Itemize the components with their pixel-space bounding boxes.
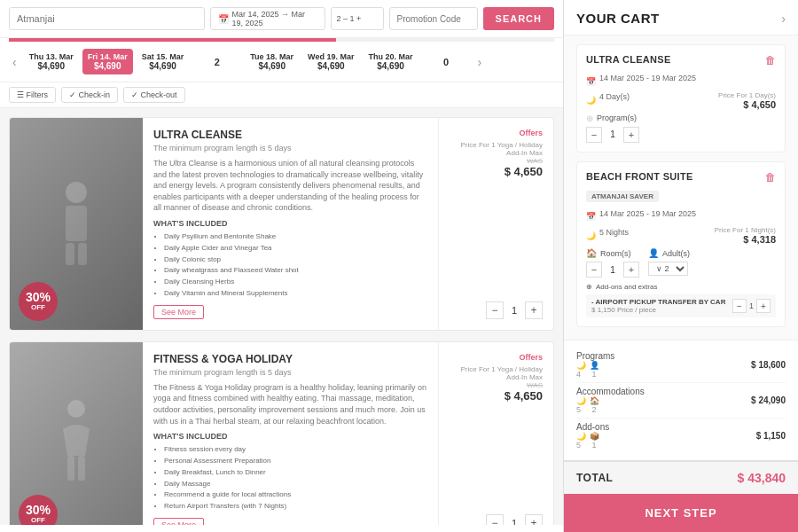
qty-value-fitness-yoga: 1 bbox=[507, 518, 521, 525]
qty-increase-fitness-yoga[interactable]: + bbox=[525, 514, 543, 525]
addon-qty-increase[interactable]: + bbox=[756, 299, 771, 313]
cart-qty-value-ultra-cleanse: 1 bbox=[606, 129, 619, 139]
program-card-fitness-yoga: 30% OFF FITNESS & YOGA HOLIDAY The minim… bbox=[9, 341, 554, 525]
price-was-fitness-yoga: WAS bbox=[527, 381, 543, 389]
adults-row: ∨ 2 1 3 4 bbox=[648, 262, 690, 276]
program-body-fitness-yoga: FITNESS & YOGA HOLIDAY The minimum progr… bbox=[143, 342, 438, 525]
program-subtitle-fitness-yoga: The minimum program length is 5 days bbox=[153, 368, 427, 377]
program-icon: ⊕ bbox=[586, 113, 593, 123]
moon-icon-summary: 🌙 bbox=[576, 361, 586, 370]
date-cell-2[interactable]: Sat 15. Mar $4,690 bbox=[137, 49, 190, 74]
addon-qty-decrease[interactable]: − bbox=[732, 299, 747, 313]
filter-row: ☰ Filters ✓ Check-in ✓ Check-out bbox=[0, 82, 563, 108]
program-title-fitness-yoga: FITNESS & YOGA HOLIDAY bbox=[153, 353, 427, 365]
qty-decrease-ultra-cleanse[interactable]: − bbox=[486, 301, 504, 319]
price-amount-beach-front-suite: $ 4,318 bbox=[715, 234, 776, 245]
cart-item-name-ultra-cleanse: ULTRA CLEANSE bbox=[586, 54, 671, 65]
cart-qty-increase-ultra-cleanse[interactable]: + bbox=[623, 127, 639, 143]
date-range-input[interactable]: 📅 Mar 14, 2025 → Mar 19, 2025 bbox=[210, 7, 325, 30]
adults-label: 👤 Adult(s) bbox=[648, 248, 690, 258]
svg-rect-1 bbox=[66, 206, 87, 241]
saver-badge: ATMANJAI SAVER bbox=[586, 191, 659, 202]
date-cell-5[interactable]: Wed 19. Mar $4,690 bbox=[302, 49, 359, 74]
room-icon-summary: 🏠 bbox=[590, 396, 599, 405]
cart-dates-ultra-cleanse: 📅 14 Mar 2025 - 19 Mar 2025 bbox=[586, 72, 696, 90]
addon-price: $ 1,150 Price / piece bbox=[591, 306, 725, 314]
filter-checkout-button[interactable]: ✓ Check-out bbox=[123, 87, 185, 103]
discount-badge-ultra-cleanse: 30% OFF bbox=[19, 282, 58, 321]
qty-control-ultra-cleanse: − 1 + bbox=[486, 301, 543, 319]
cart-item-header-beach-front-suite: BEACH FRONT SUITE 🗑 bbox=[586, 171, 776, 184]
price-amount-ultra-cleanse: $ 4,650 bbox=[718, 99, 776, 110]
addon-qty: − 1 + bbox=[732, 299, 771, 313]
program-desc-ultra-cleanse: The Ultra Cleanse is a harmonious union … bbox=[153, 158, 427, 214]
price-was-ultra-cleanse: WAS bbox=[527, 157, 543, 165]
filter-checkin-button[interactable]: ✓ Check-in bbox=[61, 87, 118, 103]
see-more-ultra-cleanse[interactable]: See More bbox=[153, 305, 204, 319]
qty-control-fitness-yoga: − 1 + bbox=[486, 514, 543, 525]
summary-icons-programs: 🌙 👤 bbox=[576, 361, 614, 370]
addons-icon: ⊕ bbox=[586, 283, 592, 291]
list-item: Daily Vitamin and Mineral Supplements bbox=[164, 288, 427, 300]
date-cell-1[interactable]: Fri 14. Mar $4,690 bbox=[82, 49, 133, 74]
rooms-adults-row: 🏠 Room(s) − 1 + 👤 Adult(s) bbox=[586, 248, 776, 278]
program-title-ultra-cleanse: ULTRA CLEANSE bbox=[153, 129, 427, 141]
guests-input[interactable]: 2 – 1 + bbox=[331, 7, 384, 30]
price-row-ultra-cleanse: 📅 14 Mar 2025 - 19 Mar 2025 🌙 4 Day(s) P… bbox=[586, 72, 776, 110]
offers-label-fitness-yoga: Offers bbox=[519, 353, 543, 362]
moon-icon-summary-3: 🌙 bbox=[576, 432, 586, 441]
included-label-ultra-cleanse: WHAT'S INCLUDED bbox=[153, 219, 427, 228]
cart-item-name-beach-front-suite: BEACH FRONT SUITE bbox=[586, 171, 693, 182]
total-amount: $ 43,840 bbox=[738, 471, 786, 485]
cart-chevron-icon[interactable]: › bbox=[781, 12, 786, 26]
see-more-fitness-yoga[interactable]: See More bbox=[153, 518, 204, 525]
svg-rect-2 bbox=[66, 243, 74, 265]
svg-rect-6 bbox=[78, 456, 85, 481]
date-cell-4[interactable]: Tue 18. Mar $4,690 bbox=[245, 49, 299, 74]
summary-row-programs: Programs 🌙 👤 4 1 $ 18,600 bbox=[576, 348, 786, 383]
qty-decrease-fitness-yoga[interactable]: − bbox=[486, 514, 504, 525]
qty-value-ultra-cleanse: 1 bbox=[507, 305, 521, 316]
svg-point-4 bbox=[67, 400, 85, 418]
calendar-icon-2: 📅 bbox=[586, 212, 596, 221]
carousel-prev[interactable]: ‹ bbox=[9, 53, 20, 71]
program-body-ultra-cleanse: ULTRA CLEANSE The minimum program length… bbox=[143, 118, 438, 330]
included-list-ultra-cleanse: Daily Psyllium and Bentonite Shake Daily… bbox=[153, 231, 427, 300]
moon-icon: 🌙 bbox=[586, 96, 596, 105]
cart-qty-increase-rooms[interactable]: + bbox=[623, 262, 639, 278]
svg-rect-5 bbox=[67, 456, 74, 481]
person-silhouette-icon bbox=[50, 179, 103, 268]
filter-all-button[interactable]: ☰ Filters bbox=[9, 87, 56, 103]
rooms-label: 🏠 Room(s) bbox=[586, 248, 639, 258]
adults-select[interactable]: ∨ 2 1 3 4 bbox=[648, 262, 688, 276]
date-carousel: ‹ Thu 13. Mar $4,690 Fri 14. Mar $4,690 … bbox=[0, 42, 563, 82]
location-input[interactable] bbox=[9, 7, 205, 30]
included-label-fitness-yoga: WHAT'S INCLUDED bbox=[153, 432, 427, 441]
cart-qty-rooms: − 1 + bbox=[586, 262, 639, 278]
list-item: Daily Apple Cider and Vinegar Tea bbox=[164, 243, 427, 254]
trash-icon-ultra-cleanse[interactable]: 🗑 bbox=[765, 54, 776, 66]
price-for-label-ultra-cleanse: Price For 1 Day(s) bbox=[718, 91, 776, 99]
date-cell-7[interactable]: 0 bbox=[421, 53, 470, 71]
list-item: Daily Breakfast, Lunch to Dinner bbox=[164, 467, 427, 479]
search-button[interactable]: SEARCH bbox=[483, 7, 554, 30]
cart-dates-beach-front-suite: 📅 14 Mar 2025 - 19 Mar 2025 bbox=[586, 207, 696, 226]
summary-meta-programs: 4 1 bbox=[576, 370, 614, 379]
date-range-value: Mar 14, 2025 → Mar 19, 2025 bbox=[232, 10, 317, 27]
cart-qty-decrease-ultra-cleanse[interactable]: − bbox=[586, 127, 602, 143]
addon-name: - AIRPORT PICKUP TRANSFER BY CAR bbox=[591, 298, 725, 306]
date-cell-0[interactable]: Thu 13. Mar $4,690 bbox=[24, 49, 79, 74]
addon-row: - AIRPORT PICKUP TRANSFER BY CAR $ 1,150… bbox=[586, 294, 776, 317]
next-step-button[interactable]: NEXT STEP bbox=[564, 494, 798, 532]
carousel-next[interactable]: › bbox=[473, 53, 485, 71]
qty-increase-ultra-cleanse[interactable]: + bbox=[525, 301, 543, 319]
promo-input[interactable] bbox=[389, 7, 478, 30]
date-cell-6[interactable]: Thu 20. Mar $4,690 bbox=[363, 49, 418, 74]
cart-qty-ultra-cleanse: − 1 + bbox=[586, 127, 776, 143]
cart-qty-decrease-rooms[interactable]: − bbox=[586, 262, 602, 278]
list-item: Daily Massage bbox=[164, 479, 427, 490]
program-label-ultra-cleanse: ⊕ Program(s) bbox=[586, 113, 776, 123]
summary-icons-addons: 🌙 📦 bbox=[576, 432, 609, 441]
date-cell-3[interactable]: 2 bbox=[192, 53, 241, 71]
trash-icon-beach-front-suite[interactable]: 🗑 bbox=[765, 171, 776, 184]
